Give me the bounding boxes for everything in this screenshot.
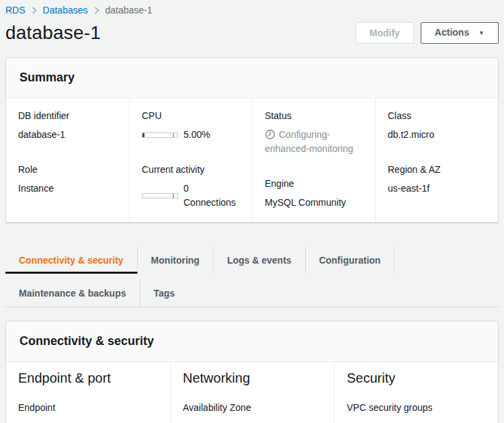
networking-column: Networking Availability Zone [170, 362, 334, 423]
summary-title: Summary [19, 71, 485, 85]
field-cpu: CPU 5.00% [142, 110, 240, 142]
field-value: us-east-1f [388, 182, 486, 196]
cpu-gauge [142, 132, 178, 138]
connectivity-title: Connectivity & security [19, 334, 485, 348]
field-label: CPU [142, 110, 240, 121]
cpu-value: 5.00% [183, 128, 210, 142]
chevron-down-icon: ▼ [478, 30, 485, 36]
breadcrumb-current: database-1 [106, 5, 153, 15]
networking-heading: Networking [183, 371, 322, 386]
summary-column-status: Status Configuring-enhanced-monitoring E… [252, 98, 375, 222]
field-value: Instance [18, 182, 117, 196]
summary-panel-header: Summary [6, 58, 498, 98]
chevron-right-icon [32, 7, 37, 14]
connections-gauge-threshold-tick [173, 194, 174, 198]
connectivity-panel: Connectivity & security Endpoint & port … [5, 321, 499, 423]
connections-gauge-row: 0 Connections [142, 182, 240, 210]
field-label: Status [265, 110, 363, 121]
endpoint-port-column: Endpoint & port Endpoint [6, 362, 170, 423]
status-text: Configuring-enhanced-monitoring [265, 129, 353, 154]
field-region-az: Region & AZ us-east-1f [388, 164, 486, 196]
connectivity-panel-header: Connectivity & security [6, 321, 498, 362]
cpu-gauge-fill [142, 133, 144, 137]
vpc-security-groups-label: VPC security groups [347, 402, 486, 413]
summary-grid: DB identifier database-1 Role Instance C… [6, 98, 498, 222]
summary-column-identifier: DB identifier database-1 Role Instance [6, 98, 129, 222]
connections-value: 0 Connections [183, 182, 240, 210]
tab-row-2: Maintenance & backups Tags [5, 280, 499, 307]
chevron-right-icon [94, 7, 99, 14]
tab-connectivity-security[interactable]: Connectivity & security [5, 247, 138, 274]
security-heading: Security [347, 371, 486, 386]
field-label: DB identifier [18, 110, 117, 121]
summary-panel: Summary DB identifier database-1 Role In… [5, 57, 499, 223]
tab-configuration[interactable]: Configuration [306, 247, 395, 274]
tab-logs-events[interactable]: Logs & events [214, 247, 306, 274]
summary-column-class: Class db.t2.micro Region & AZ us-east-1f [375, 98, 498, 222]
tab-monitoring[interactable]: Monitoring [138, 247, 214, 274]
field-db-identifier: DB identifier database-1 [18, 110, 117, 142]
field-label: Engine [265, 178, 363, 189]
page-header: database-1 Modify Actions ▼ [5, 22, 499, 44]
field-engine: Engine MySQL Community [265, 178, 363, 210]
field-status: Status Configuring-enhanced-monitoring [265, 110, 363, 156]
field-class: Class db.t2.micro [388, 110, 486, 142]
actions-button-label: Actions [435, 27, 469, 38]
summary-column-activity: CPU 5.00% Current activity [129, 98, 252, 222]
field-label: Current activity [142, 164, 240, 175]
field-label: Role [18, 164, 117, 175]
field-current-activity: Current activity 0 Connections [142, 164, 240, 210]
cpu-gauge-row: 5.00% [142, 128, 240, 142]
page: RDS Databases database-1 database-1 Modi… [0, 0, 504, 423]
endpoint-port-heading: Endpoint & port [18, 371, 158, 386]
security-column: Security VPC security groups [334, 362, 498, 423]
detail-tabs: Connectivity & security Monitoring Logs … [5, 247, 499, 307]
breadcrumb: RDS Databases database-1 [5, 0, 499, 15]
clock-pending-icon [265, 129, 276, 140]
tab-tags[interactable]: Tags [140, 280, 189, 307]
tab-maintenance-backups[interactable]: Maintenance & backups [5, 280, 140, 307]
field-value: MySQL Community [265, 196, 363, 210]
breadcrumb-databases[interactable]: Databases [43, 5, 88, 15]
status-value: Configuring-enhanced-monitoring [265, 128, 363, 156]
header-actions: Modify Actions ▼ [355, 22, 499, 44]
modify-button[interactable]: Modify [355, 22, 414, 44]
field-label: Region & AZ [388, 164, 486, 175]
breadcrumb-rds[interactable]: RDS [5, 5, 26, 15]
endpoint-label: Endpoint [18, 402, 158, 413]
actions-button[interactable]: Actions ▼ [421, 22, 499, 44]
field-role: Role Instance [18, 164, 117, 196]
field-value: database-1 [18, 128, 117, 142]
tab-row-1: Connectivity & security Monitoring Logs … [5, 247, 499, 274]
field-label: Class [388, 110, 486, 121]
field-value: db.t2.micro [388, 128, 486, 142]
connectivity-grid: Endpoint & port Endpoint Networking Avai… [6, 362, 498, 423]
cpu-gauge-threshold-tick [173, 133, 174, 137]
page-title: database-1 [5, 22, 101, 44]
availability-zone-label: Availability Zone [183, 402, 322, 413]
connections-gauge [142, 193, 178, 198]
